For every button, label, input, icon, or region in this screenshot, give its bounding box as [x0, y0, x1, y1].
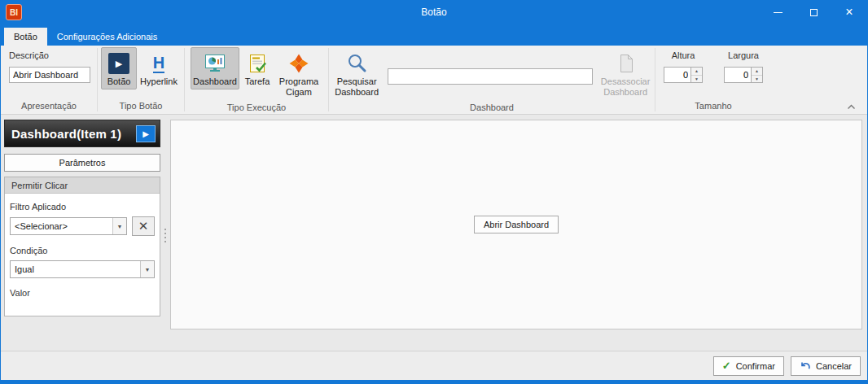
botao-type-label: Botão — [107, 76, 131, 87]
desassociar-dashboard-button[interactable]: Desassociar Dashboard — [599, 47, 651, 100]
dashboard-search-input[interactable] — [388, 68, 593, 85]
altura-spin-up[interactable]: ▲ — [691, 68, 702, 75]
search-icon — [345, 52, 368, 75]
largura-spin-down[interactable]: ▼ — [752, 75, 762, 83]
minimize-button[interactable] — [760, 0, 796, 24]
group-label-dashboard: Dashboard — [329, 102, 655, 114]
group-label-tamanho: Tamanho — [655, 100, 771, 114]
altura-input[interactable] — [664, 68, 690, 82]
altura-spin-down[interactable]: ▼ — [691, 75, 702, 83]
close-button[interactable]: × — [831, 0, 867, 24]
window-title: Botão — [1, 7, 867, 18]
tarefa-button[interactable]: Tarefa — [239, 47, 275, 89]
confirmar-label: Confirmar — [736, 361, 775, 371]
group-apresentacao: Descrição Apresentação — [1, 46, 97, 114]
condicao-label: Condição — [10, 246, 155, 255]
descricao-label: Descrição — [9, 50, 90, 60]
hyperlink-type-button[interactable]: H Hyperlink — [137, 47, 181, 89]
item-play-button[interactable]: ▶ — [136, 125, 156, 142]
botao-type-button[interactable]: ▶ Botão — [101, 47, 137, 89]
condicao-dropdown[interactable]: Igual ▼ — [10, 260, 155, 278]
ribbon-collapse-button[interactable] — [844, 101, 857, 112]
desassociar-dashboard-label: Desassociar Dashboard — [601, 76, 651, 98]
group-label-tipo-botao: Tipo Botão — [98, 100, 184, 114]
group-tamanho: Altura ▲ ▼ Largura ▲ — [655, 46, 771, 114]
altura-label: Altura — [672, 50, 695, 60]
condicao-value: Igual — [11, 261, 140, 277]
bi-logo-icon: BI — [6, 4, 22, 20]
clear-icon: ✕ — [138, 219, 149, 233]
document-icon — [615, 53, 636, 74]
tab-botao[interactable]: Botão — [4, 28, 47, 46]
maximize-icon — [810, 9, 818, 16]
hyperlink-type-label: Hyperlink — [140, 76, 178, 87]
item-title: Dashboard(Item 1) — [11, 127, 136, 141]
parametros-label: Parâmetros — [59, 158, 106, 168]
design-canvas: Abrir Dashboard — [170, 120, 862, 329]
close-icon: × — [845, 6, 853, 19]
tab-configuracoes-adicionais[interactable]: Configurações Adicionais — [47, 28, 168, 46]
item-panel: Dashboard(Item 1) ▶ Parâmetros Permitir … — [4, 120, 160, 351]
check-icon: ✓ — [722, 360, 731, 372]
dashboard-exec-label: Dashboard — [193, 76, 237, 87]
chevron-up-icon — [847, 104, 856, 110]
condicao-dropdown-arrow-icon[interactable]: ▼ — [140, 261, 154, 277]
permitir-clicar-header: Permitir Clicar — [5, 177, 160, 194]
tarefa-checklist-icon — [247, 53, 268, 74]
cigam-logo-icon — [288, 53, 309, 74]
tarefa-label: Tarefa — [245, 76, 270, 87]
largura-spinner: ▲ ▼ — [724, 67, 763, 83]
filtro-aplicado-dropdown[interactable]: <Selecionar> ▼ — [10, 217, 127, 235]
cancelar-button[interactable]: Cancelar — [791, 356, 861, 376]
descricao-input[interactable] — [9, 67, 90, 83]
panel-splitter[interactable] — [160, 120, 170, 351]
undo-icon — [800, 361, 811, 371]
filtro-aplicado-label: Filtro Aplicado — [10, 202, 155, 212]
largura-label: Largura — [728, 50, 759, 60]
filtro-dropdown-arrow-icon[interactable]: ▼ — [112, 218, 126, 234]
largura-spin-up[interactable]: ▲ — [752, 68, 762, 75]
permitir-clicar-box: Permitir Clicar Filtro Aplicado <Selecio… — [4, 177, 160, 316]
group-tipo-botao: ▶ Botão H Hyperlink Tipo Botão — [98, 46, 184, 114]
cancelar-label: Cancelar — [816, 361, 852, 371]
dashboard-exec-button[interactable]: Dashboard — [191, 47, 239, 89]
confirmar-button[interactable]: ✓ Confirmar — [713, 356, 784, 376]
parametros-button[interactable]: Parâmetros — [4, 154, 160, 172]
group-dashboard: Pesquisar Dashboard Desassociar Dashboar… — [329, 46, 655, 114]
pesquisar-dashboard-button[interactable]: Pesquisar Dashboard — [332, 47, 381, 100]
group-label-tipo-execucao: Tipo Execução — [185, 102, 328, 114]
ribbon-tabbar: Botão Configurações Adicionais — [1, 24, 867, 46]
group-label-apresentacao: Apresentação — [1, 100, 97, 114]
group-tipo-execucao: Dashboard Tarefa — [185, 46, 328, 114]
valor-label: Valor — [10, 288, 155, 298]
botao-dialog: BI Botão × Botão Configurações Adicionai… — [0, 0, 868, 384]
largura-input[interactable] — [725, 68, 751, 82]
window-bottom-border — [1, 380, 867, 384]
programa-cigam-button[interactable]: Programa Cigam — [275, 47, 322, 100]
programa-cigam-label: Programa Cigam — [279, 76, 318, 98]
maximize-button[interactable] — [796, 0, 831, 24]
minimize-icon — [774, 12, 783, 13]
ribbon: Descrição Apresentação ▶ Botão — [1, 46, 867, 115]
botao-play-icon: ▶ — [108, 53, 129, 74]
filtro-aplicado-value: <Selecionar> — [11, 218, 112, 234]
main-area: Dashboard(Item 1) ▶ Parâmetros Permitir … — [1, 115, 867, 351]
window-controls: × — [760, 0, 867, 24]
altura-spinner: ▲ ▼ — [664, 67, 703, 83]
titlebar: BI Botão × — [1, 0, 867, 24]
hyperlink-icon: H — [153, 55, 164, 73]
dashboard-monitor-icon — [204, 52, 226, 75]
clear-filtro-button[interactable]: ✕ — [132, 216, 155, 236]
item-panel-header: Dashboard(Item 1) ▶ — [4, 120, 160, 147]
pesquisar-dashboard-label: Pesquisar Dashboard — [335, 76, 379, 98]
abrir-dashboard-preview-button[interactable]: Abrir Dashboard — [474, 216, 559, 233]
dialog-footer: ✓ Confirmar Cancelar — [1, 351, 867, 380]
